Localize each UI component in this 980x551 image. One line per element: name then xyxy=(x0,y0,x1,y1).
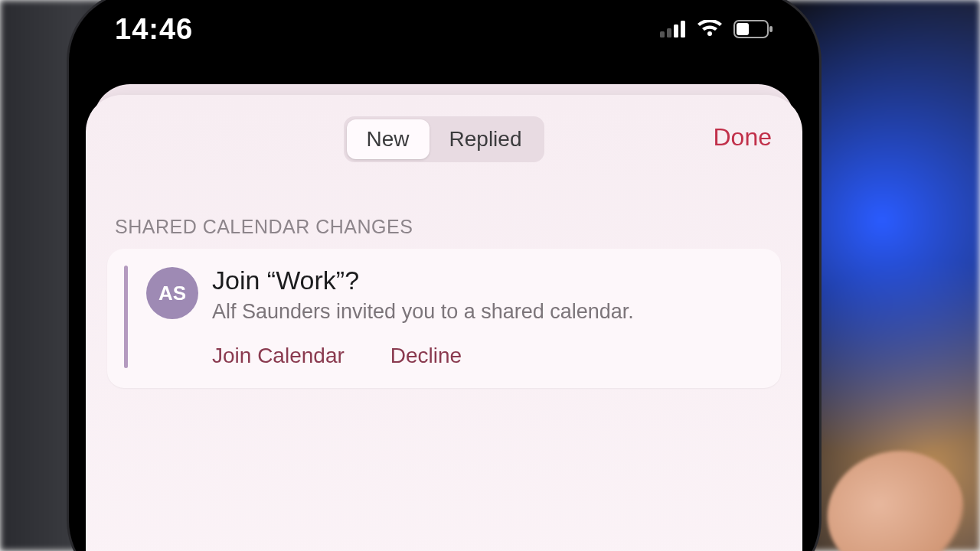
invite-subtitle: Alf Saunders invited you to a shared cal… xyxy=(212,298,764,325)
sheet-header: New Replied Done xyxy=(107,116,781,162)
done-button[interactable]: Done xyxy=(709,122,777,152)
calendar-invite-card[interactable]: AS Join “Work”? Alf Saunders invited you… xyxy=(107,249,781,388)
segmented-control: New Replied xyxy=(344,116,545,162)
join-calendar-button[interactable]: Join Calendar xyxy=(212,344,345,368)
invite-actions: Join Calendar Decline xyxy=(212,344,764,368)
phone-frame: 14:46 New Replied Done SHARED CALENDAR C… xyxy=(69,0,819,551)
invite-title: Join “Work”? xyxy=(212,266,764,295)
inbox-sheet: New Replied Done SHARED CALENDAR CHANGES… xyxy=(86,95,802,551)
svg-rect-0 xyxy=(660,31,665,37)
svg-rect-6 xyxy=(769,26,773,32)
svg-rect-3 xyxy=(681,21,685,37)
card-accent-stripe xyxy=(124,266,128,368)
svg-rect-5 xyxy=(737,23,749,35)
status-indicators xyxy=(660,20,773,38)
svg-rect-1 xyxy=(667,28,671,37)
tab-replied[interactable]: Replied xyxy=(430,119,542,159)
avatar: AS xyxy=(146,267,198,319)
section-header: SHARED CALENDAR CHANGES xyxy=(115,216,781,238)
battery-icon xyxy=(733,20,773,38)
status-time: 14:46 xyxy=(115,13,193,46)
svg-rect-2 xyxy=(674,24,678,37)
card-content: Join “Work”? Alf Saunders invited you to… xyxy=(212,266,764,368)
status-bar: 14:46 xyxy=(69,6,819,52)
cellular-icon xyxy=(660,21,686,37)
wifi-icon xyxy=(697,20,723,38)
decline-button[interactable]: Decline xyxy=(390,344,462,368)
tab-new[interactable]: New xyxy=(347,119,430,159)
